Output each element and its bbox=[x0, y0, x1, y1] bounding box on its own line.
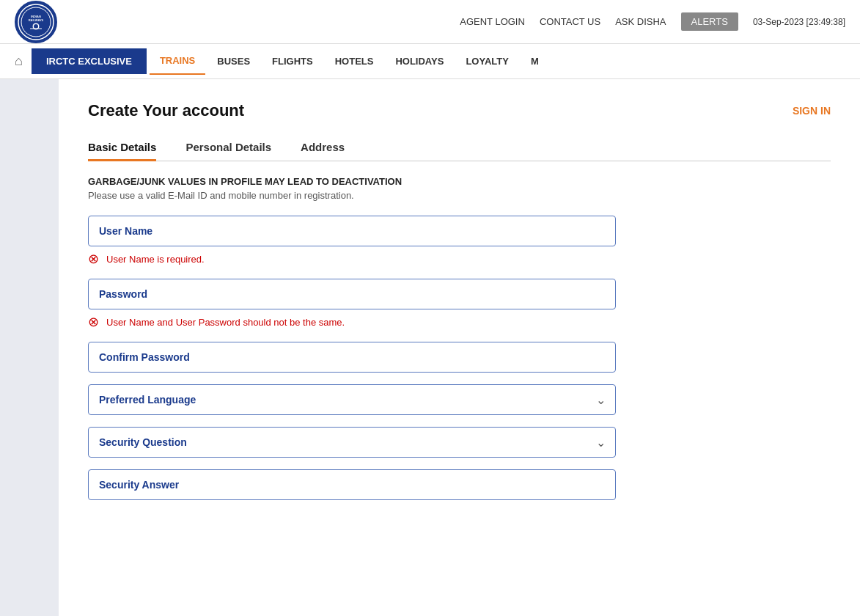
nav-item-loyalty[interactable]: LOYALTY bbox=[455, 48, 519, 74]
username-error-text: User Name is required. bbox=[106, 254, 205, 265]
svg-text:RAILWAYS: RAILWAYS bbox=[29, 18, 44, 22]
page-header: Create Your account SIGN IN bbox=[88, 101, 831, 120]
content-area: Create Your account SIGN IN Basic Detail… bbox=[59, 79, 860, 616]
nav-item-more[interactable]: M bbox=[521, 48, 549, 74]
security-question-select[interactable]: Security Question What is your pet's nam… bbox=[88, 427, 616, 458]
sign-in-link[interactable]: SIGN IN bbox=[793, 105, 831, 117]
password-error-row: ⊗ User Name and User Password should not… bbox=[88, 314, 616, 330]
logo-area: INDIAN RAILWAYS bbox=[15, 1, 57, 43]
warning-box: GARBAGE/JUNK VALUES IN PROFILE MAY LEAD … bbox=[88, 176, 831, 201]
confirm-password-input[interactable] bbox=[88, 342, 616, 373]
password-error-icon: ⊗ bbox=[88, 314, 99, 330]
warning-title: GARBAGE/JUNK VALUES IN PROFILE MAY LEAD … bbox=[88, 176, 831, 187]
page-title: Create Your account bbox=[88, 101, 244, 120]
warning-text: Please use a valid E-Mail ID and mobile … bbox=[88, 190, 831, 201]
left-sidebar bbox=[0, 79, 59, 616]
nav-item-flights[interactable]: FLIGHTS bbox=[262, 48, 323, 74]
nav-items: TRAINS BUSES FLIGHTS HOTELS HOLIDAYS LOY… bbox=[150, 48, 549, 75]
password-error-text: User Name and User Password should not b… bbox=[106, 317, 345, 328]
main-container: Create Your account SIGN IN Basic Detail… bbox=[0, 79, 860, 616]
top-links: AGENT LOGIN CONTACT US ASK DISHA ALERTS … bbox=[460, 12, 845, 31]
confirm-password-group bbox=[88, 342, 616, 373]
username-input[interactable] bbox=[88, 216, 616, 246]
tabs-container: Basic Details Personal Details Address bbox=[88, 135, 831, 161]
home-icon[interactable]: ⌂ bbox=[15, 54, 23, 69]
svg-point-5 bbox=[34, 24, 38, 29]
tab-personal-details[interactable]: Personal Details bbox=[185, 135, 271, 161]
tab-address[interactable]: Address bbox=[301, 135, 345, 161]
security-answer-input[interactable] bbox=[88, 469, 616, 500]
password-input[interactable] bbox=[88, 279, 616, 309]
contact-us-link[interactable]: CONTACT US bbox=[540, 16, 600, 27]
username-group: ⊗ User Name is required. bbox=[88, 216, 616, 267]
nav-item-buses[interactable]: BUSES bbox=[207, 48, 260, 74]
security-answer-group bbox=[88, 469, 616, 500]
top-navigation: INDIAN RAILWAYS AGENT LOGIN CONTACT US A… bbox=[0, 0, 860, 44]
indian-railways-logo: INDIAN RAILWAYS bbox=[15, 1, 57, 43]
password-group: ⊗ User Name and User Password should not… bbox=[88, 279, 616, 330]
second-navigation: ⌂ IRCTC EXCLUSIVE TRAINS BUSES FLIGHTS H… bbox=[0, 44, 860, 79]
tab-basic-details[interactable]: Basic Details bbox=[88, 135, 156, 161]
preferred-language-group: Preferred Language English Hindi ⌄ bbox=[88, 384, 616, 415]
username-error-icon: ⊗ bbox=[88, 251, 99, 267]
agent-login-link[interactable]: AGENT LOGIN bbox=[460, 16, 525, 27]
irctc-exclusive-button[interactable]: IRCTC EXCLUSIVE bbox=[32, 48, 147, 74]
svg-point-0 bbox=[18, 4, 54, 40]
nav-item-trains[interactable]: TRAINS bbox=[150, 48, 205, 75]
nav-item-hotels[interactable]: HOTELS bbox=[325, 48, 384, 74]
ask-disha-link[interactable]: ASK DISHA bbox=[615, 16, 666, 27]
username-error-row: ⊗ User Name is required. bbox=[88, 251, 616, 267]
nav-item-holidays[interactable]: HOLIDAYS bbox=[385, 48, 454, 74]
security-question-group: Security Question What is your pet's nam… bbox=[88, 427, 616, 458]
alerts-button[interactable]: ALERTS bbox=[681, 12, 738, 31]
preferred-language-select[interactable]: Preferred Language English Hindi bbox=[88, 384, 616, 415]
datetime-display: 03-Sep-2023 [23:49:38] bbox=[753, 17, 845, 27]
